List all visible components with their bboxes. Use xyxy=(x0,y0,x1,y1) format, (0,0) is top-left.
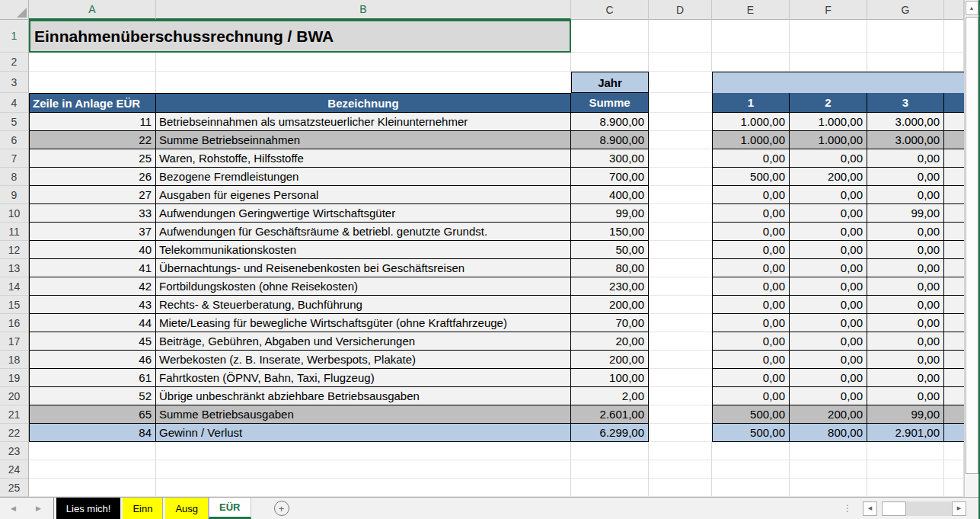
period-value-cell[interactable]: 0,00 xyxy=(867,168,944,186)
cell[interactable] xyxy=(29,53,156,72)
table-header-sum[interactable]: Summe xyxy=(571,93,649,113)
row-header-24[interactable]: 24 xyxy=(0,460,29,479)
cell[interactable] xyxy=(944,369,964,387)
row-header-2[interactable]: 2 xyxy=(0,53,29,72)
cell[interactable] xyxy=(156,53,571,72)
row-header-22[interactable]: 22 xyxy=(0,424,29,442)
cell[interactable] xyxy=(649,387,712,405)
scrollbar-resize-handle-icon[interactable]: ⋮ xyxy=(843,503,852,514)
row-header-7[interactable]: 7 xyxy=(0,149,29,168)
period-value-cell[interactable]: 0,00 xyxy=(790,149,867,168)
cell[interactable] xyxy=(649,149,712,168)
cell[interactable] xyxy=(712,53,790,72)
period-value-cell[interactable]: 500,00 xyxy=(712,405,790,424)
cell[interactable] xyxy=(867,479,944,497)
cell[interactable] xyxy=(649,72,712,93)
horizontal-scrollbar-thumb[interactable] xyxy=(882,501,906,516)
cell[interactable] xyxy=(944,442,964,460)
period-value-cell[interactable]: 800,00 xyxy=(790,424,867,442)
cell[interactable] xyxy=(29,442,156,460)
cell[interactable] xyxy=(29,72,156,93)
period-value-cell[interactable]: 0,00 xyxy=(712,387,790,405)
sum-value-cell[interactable]: 70,00 xyxy=(571,314,649,332)
cell[interactable] xyxy=(649,241,712,259)
cell[interactable] xyxy=(867,53,944,72)
period-value-cell[interactable]: 0,00 xyxy=(867,259,944,277)
horizontal-scrollbar-track[interactable] xyxy=(906,501,952,516)
table-header-period-3[interactable]: 3 xyxy=(867,93,944,113)
row-header-4[interactable]: 4 xyxy=(0,93,29,113)
cell[interactable] xyxy=(944,479,964,497)
sum-value-cell[interactable]: 80,00 xyxy=(571,259,649,277)
row-header-13[interactable]: 13 xyxy=(0,259,29,277)
sum-value-cell[interactable]: 6.299,00 xyxy=(571,424,649,442)
description-cell[interactable]: Fortbildungskosten (ohne Reisekosten) xyxy=(156,277,571,296)
row-header-12[interactable]: 12 xyxy=(0,241,29,259)
cell[interactable] xyxy=(944,296,964,314)
period-value-cell[interactable]: 0,00 xyxy=(790,259,867,277)
column-header-D[interactable]: D xyxy=(649,0,712,20)
sum-value-cell[interactable]: 400,00 xyxy=(571,186,649,204)
period-value-cell[interactable]: 0,00 xyxy=(867,332,944,351)
cell[interactable] xyxy=(867,460,944,479)
period-value-cell[interactable]: 0,00 xyxy=(790,351,867,369)
cell[interactable] xyxy=(712,20,790,53)
scroll-up-button[interactable]: ▲ xyxy=(966,1,978,15)
cell[interactable] xyxy=(790,460,867,479)
select-all-button[interactable] xyxy=(0,0,29,20)
sum-value-cell[interactable]: 200,00 xyxy=(571,351,649,369)
description-cell[interactable]: Übrige unbeschränkt abziehbare Betriebsa… xyxy=(156,387,571,405)
period-value-cell[interactable]: 0,00 xyxy=(790,204,867,223)
cell[interactable] xyxy=(649,131,712,149)
cell[interactable] xyxy=(712,442,790,460)
period-value-cell[interactable]: 0,00 xyxy=(867,186,944,204)
line-number-cell[interactable]: 22 xyxy=(29,131,156,149)
sum-value-cell[interactable]: 2.601,00 xyxy=(571,405,649,424)
cell[interactable] xyxy=(571,53,649,72)
row-header-6[interactable]: 6 xyxy=(0,131,29,149)
sum-value-cell[interactable]: 300,00 xyxy=(571,149,649,168)
period-value-cell[interactable]: 500,00 xyxy=(712,424,790,442)
row-header-3[interactable]: 3 xyxy=(0,72,29,93)
cell[interactable] xyxy=(649,314,712,332)
sheet-tab-einn[interactable]: Einn xyxy=(123,498,163,519)
next-sheet-icon[interactable]: ▶ xyxy=(36,505,41,512)
sum-value-cell[interactable]: 700,00 xyxy=(571,168,649,186)
sum-value-cell[interactable]: 50,00 xyxy=(571,241,649,259)
cell[interactable] xyxy=(649,479,712,497)
cell[interactable] xyxy=(944,332,964,351)
column-header-A[interactable]: A xyxy=(29,0,156,20)
description-cell[interactable]: Waren, Rohstoffe, Hilfsstoffe xyxy=(156,149,571,168)
line-number-cell[interactable]: 65 xyxy=(29,405,156,424)
column-header-G[interactable]: G xyxy=(867,0,944,20)
cell[interactable] xyxy=(790,20,867,53)
period-value-cell[interactable]: 0,00 xyxy=(790,296,867,314)
period-value-cell[interactable]: 1.000,00 xyxy=(712,113,790,131)
line-number-cell[interactable]: 27 xyxy=(29,186,156,204)
table-header-name[interactable]: Bezeichnung xyxy=(156,93,571,113)
description-cell[interactable]: Summe Betriebseinnahmen xyxy=(156,131,571,149)
description-cell[interactable]: Ausgaben für eigenes Personal xyxy=(156,186,571,204)
line-number-cell[interactable]: 52 xyxy=(29,387,156,405)
sheet-tab-lies-mich-[interactable]: Lies mich! xyxy=(56,498,121,519)
column-header-C[interactable]: C xyxy=(571,0,649,20)
cell[interactable] xyxy=(29,460,156,479)
cell[interactable] xyxy=(649,168,712,186)
line-number-cell[interactable]: 25 xyxy=(29,149,156,168)
line-number-cell[interactable]: 43 xyxy=(29,296,156,314)
description-cell[interactable]: Miete/Leasing für bewegliche Wirtschafts… xyxy=(156,314,571,332)
cell[interactable] xyxy=(649,20,712,53)
cell[interactable] xyxy=(944,223,964,241)
cell[interactable] xyxy=(571,479,649,497)
period-value-cell[interactable]: 0,00 xyxy=(712,296,790,314)
line-number-cell[interactable]: 40 xyxy=(29,241,156,259)
line-number-cell[interactable]: 11 xyxy=(29,113,156,131)
cell[interactable] xyxy=(571,460,649,479)
period-value-cell[interactable]: 200,00 xyxy=(790,168,867,186)
row-header-16[interactable]: 16 xyxy=(0,314,29,332)
sum-value-cell[interactable]: 2,00 xyxy=(571,387,649,405)
period-value-cell[interactable]: 0,00 xyxy=(790,277,867,296)
description-cell[interactable]: Übernachtungs- und Reisenebenkosten bei … xyxy=(156,259,571,277)
vertical-scrollbar-thumb[interactable] xyxy=(966,17,978,474)
cell[interactable] xyxy=(29,479,156,497)
